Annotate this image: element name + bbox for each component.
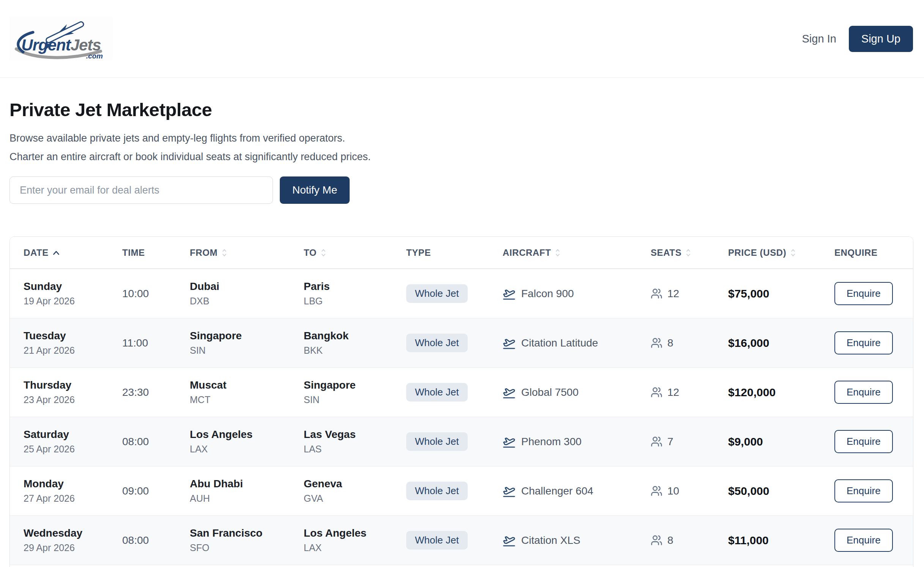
column-label: DATE xyxy=(24,247,49,258)
brand-wordmark: UrgentJets xyxy=(21,36,101,54)
time-cell: 11:00 xyxy=(122,337,190,349)
column-header-price[interactable]: PRICE (USD) xyxy=(728,247,834,258)
table-row: Saturday 25 Apr 2026 08:00 Los Angeles L… xyxy=(10,417,913,466)
to-code: LBG xyxy=(304,296,406,307)
email-signup-row: Notify Me xyxy=(9,176,913,204)
seats-cell: 8 xyxy=(651,337,728,349)
from-code: LAX xyxy=(190,444,304,455)
plane-takeoff-icon xyxy=(503,287,516,300)
to-cell: Las Vegas LAS xyxy=(304,428,406,455)
flights-table: DATE TIME FROM TO TYPE AIRCRAFT xyxy=(9,236,913,567)
users-icon xyxy=(651,534,662,546)
enquire-button[interactable]: Enquire xyxy=(834,331,893,354)
type-cell: Whole Jet xyxy=(406,383,503,402)
subtitle-line-2: Charter an entire aircraft or book indiv… xyxy=(9,151,913,163)
column-label: PRICE (USD) xyxy=(728,247,786,258)
chevrons-up-down-icon xyxy=(790,248,796,258)
column-header-date[interactable]: DATE xyxy=(24,247,122,258)
time-cell: 23:30 xyxy=(122,386,190,398)
sign-up-button[interactable]: Sign Up xyxy=(849,26,913,52)
from-cell: Muscat MCT xyxy=(190,379,304,405)
aircraft-cell: Falcon 900 xyxy=(503,287,651,300)
table-row: Monday 27 Apr 2026 09:00 Abu Dhabi AUH G… xyxy=(10,466,913,516)
from-code: MCT xyxy=(190,394,304,405)
from-code: DXB xyxy=(190,296,304,307)
enquire-cell: Enquire xyxy=(834,381,899,404)
column-header-from[interactable]: FROM xyxy=(190,247,304,258)
price-cell: $120,000 xyxy=(728,386,834,399)
price-cell: $50,000 xyxy=(728,485,834,498)
sign-in-link[interactable]: Sign In xyxy=(802,33,836,45)
seats-cell: 7 xyxy=(651,436,728,448)
seats-count: 12 xyxy=(667,386,679,398)
brand-name-secondary: Jets xyxy=(71,36,101,54)
table-row: Tuesday 21 Apr 2026 11:00 Singapore SIN … xyxy=(10,318,913,368)
notify-me-button[interactable]: Notify Me xyxy=(280,176,350,204)
enquire-button[interactable]: Enquire xyxy=(834,529,893,552)
to-code: BKK xyxy=(304,345,406,356)
enquire-cell: Enquire xyxy=(834,331,899,354)
column-label: TO xyxy=(304,247,317,258)
subtitle-line-1: Browse available private jets and empty-… xyxy=(9,132,913,144)
enquire-cell: Enquire xyxy=(834,282,899,305)
from-city: Muscat xyxy=(190,379,304,391)
aircraft-cell: Citation XLS xyxy=(503,534,651,547)
chevrons-up-down-icon xyxy=(555,248,561,258)
enquire-button[interactable]: Enquire xyxy=(834,381,893,404)
to-code: LAS xyxy=(304,444,406,455)
enquire-button[interactable]: Enquire xyxy=(834,479,893,502)
column-header-type: TYPE xyxy=(406,247,503,258)
to-city: Paris xyxy=(304,280,406,293)
type-badge: Whole Jet xyxy=(406,432,468,451)
table-row: Thursday 23 Apr 2026 23:30 Muscat MCT Si… xyxy=(10,368,913,417)
top-nav: UrgentJets .com Sign In Sign Up xyxy=(0,0,924,78)
aircraft-name: Phenom 300 xyxy=(521,436,582,448)
aircraft-name: Citation Latitude xyxy=(521,337,598,349)
column-header-aircraft[interactable]: AIRCRAFT xyxy=(503,247,651,258)
time-cell: 08:00 xyxy=(122,436,190,448)
column-label: AIRCRAFT xyxy=(503,247,551,258)
day-label: Monday xyxy=(24,478,122,490)
from-cell: Singapore SIN xyxy=(190,330,304,356)
column-header-time: TIME xyxy=(122,247,190,258)
from-code: SIN xyxy=(190,345,304,356)
seats-count: 8 xyxy=(667,337,673,349)
from-city: Los Angeles xyxy=(190,428,304,441)
day-label: Sunday xyxy=(24,280,122,293)
to-cell: Paris LBG xyxy=(304,280,406,307)
email-input[interactable] xyxy=(9,176,273,204)
column-header-to[interactable]: TO xyxy=(304,247,406,258)
type-badge: Whole Jet xyxy=(406,284,468,303)
day-label: Saturday xyxy=(24,428,122,441)
brand-name-primary: Urgent xyxy=(21,36,70,54)
table-row: Sunday 19 Apr 2026 10:00 Dubai DXB Paris… xyxy=(10,269,913,318)
date-label: 21 Apr 2026 xyxy=(24,345,122,356)
brand-logo[interactable]: UrgentJets .com xyxy=(9,17,113,60)
from-city: Dubai xyxy=(190,280,304,293)
users-icon xyxy=(651,288,662,299)
plane-takeoff-icon xyxy=(503,534,516,547)
enquire-button[interactable]: Enquire xyxy=(834,282,893,305)
table-row: Wednesday 29 Apr 2026 08:00 San Francisc… xyxy=(10,516,913,565)
column-header-seats[interactable]: SEATS xyxy=(651,247,728,258)
column-label: FROM xyxy=(190,247,218,258)
to-cell: Geneva GVA xyxy=(304,478,406,504)
type-badge: Whole Jet xyxy=(406,482,468,500)
plane-takeoff-icon xyxy=(503,386,516,399)
aircraft-cell: Global 7500 xyxy=(503,386,651,399)
sort-asc-icon xyxy=(52,250,60,255)
users-icon xyxy=(651,337,662,349)
enquire-button[interactable]: Enquire xyxy=(834,430,893,453)
column-label: SEATS xyxy=(651,247,681,258)
column-label: TIME xyxy=(122,247,145,258)
price-cell: $9,000 xyxy=(728,435,834,448)
from-city: San Francisco xyxy=(190,527,304,539)
plane-takeoff-icon xyxy=(503,485,516,498)
price-cell: $75,000 xyxy=(728,287,834,300)
date-cell: Tuesday 21 Apr 2026 xyxy=(24,330,122,356)
chevrons-up-down-icon xyxy=(320,248,326,258)
from-code: AUH xyxy=(190,493,304,504)
aircraft-name: Citation XLS xyxy=(521,534,580,547)
type-cell: Whole Jet xyxy=(406,531,503,550)
enquire-cell: Enquire xyxy=(834,479,899,502)
